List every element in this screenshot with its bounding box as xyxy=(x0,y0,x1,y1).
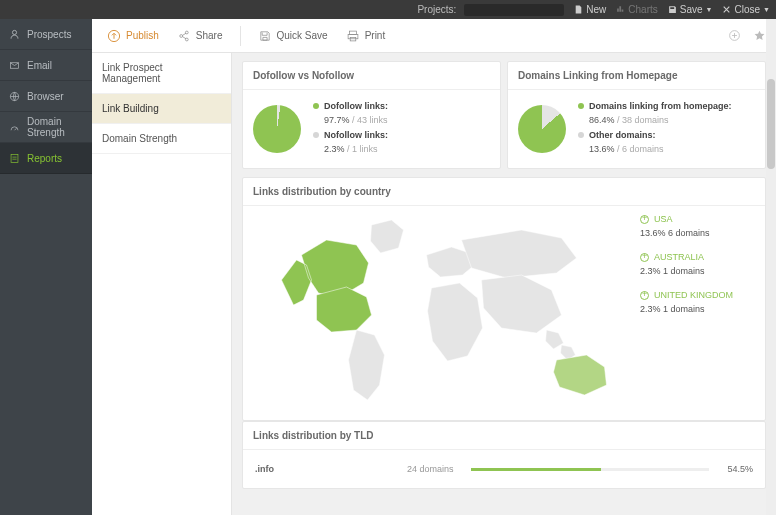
card-title: Links distribution by TLD xyxy=(243,422,765,450)
sidebar-item-domain-strength[interactable]: Domain Strength xyxy=(0,112,92,143)
report-body: Link Prospect Management Link Building D… xyxy=(92,53,776,515)
add-widget-icon[interactable] xyxy=(728,29,741,42)
close-icon xyxy=(722,5,731,14)
chevron-down-icon: ▼ xyxy=(706,6,713,13)
pie-legend: Dofollow links:97.7% / 43 links Nofollow… xyxy=(313,100,388,158)
new-label: New xyxy=(586,4,606,15)
subnav-item-domain-strength[interactable]: Domain Strength xyxy=(92,124,231,154)
print-label: Print xyxy=(365,30,386,41)
card-tld: Links distribution by TLD .info 24 domai… xyxy=(242,421,766,489)
chart-icon xyxy=(616,5,625,14)
topbar-left: Projects: xyxy=(0,4,564,16)
plus-icon[interactable] xyxy=(640,215,649,224)
save-label: Save xyxy=(680,4,703,15)
tld-bar xyxy=(471,468,709,471)
scrollbar[interactable] xyxy=(766,19,776,515)
save-icon xyxy=(668,5,677,14)
scrollbar-thumb[interactable] xyxy=(767,79,775,169)
projects-label: Projects: xyxy=(417,4,456,15)
card-title: Domains Linking from Homepage xyxy=(508,62,765,90)
report-icon xyxy=(9,153,20,164)
share-icon xyxy=(177,29,191,43)
charts-button[interactable]: Charts xyxy=(616,4,657,15)
share-label: Share xyxy=(196,30,223,41)
publish-label: Publish xyxy=(126,30,159,41)
report-toolbar: Publish Share Quick Save Print xyxy=(92,19,776,53)
subnav-item-prospect-mgmt[interactable]: Link Prospect Management xyxy=(92,53,231,94)
world-map xyxy=(253,210,630,410)
svg-rect-9 xyxy=(348,34,358,38)
upload-icon xyxy=(107,29,121,43)
mail-icon xyxy=(9,60,20,71)
map-legend: USA 13.6% 6 domains AUSTRALIA 2.3% 1 dom… xyxy=(640,210,755,410)
plus-icon[interactable] xyxy=(640,291,649,300)
card-homepage: Domains Linking from Homepage Domains li… xyxy=(507,61,766,169)
legend-dot-icon xyxy=(313,103,319,109)
pie-chart-homepage xyxy=(518,105,566,153)
card-dofollow: Dofollow vs Nofollow Dofollow links:97.7… xyxy=(242,61,501,169)
sidebar-item-browser[interactable]: Browser xyxy=(0,81,92,112)
tld-count: 24 domains xyxy=(407,464,463,474)
pie-legend: Domains linking from homepage:86.4% / 38… xyxy=(578,100,732,158)
project-select[interactable] xyxy=(464,4,564,16)
quicksave-button[interactable]: Quick Save xyxy=(253,26,333,46)
legend-dot-icon xyxy=(578,103,584,109)
svg-point-0 xyxy=(12,30,16,34)
sidebar-label: Reports xyxy=(27,153,62,164)
legend-dot-icon xyxy=(578,132,584,138)
chevron-down-icon: ▼ xyxy=(763,6,770,13)
card-title: Dofollow vs Nofollow xyxy=(243,62,500,90)
user-icon xyxy=(9,29,20,40)
svg-point-5 xyxy=(180,34,183,37)
main-panel: Dofollow vs Nofollow Dofollow links:97.7… xyxy=(232,53,776,515)
card-country-map: Links distribution by country xyxy=(242,177,766,421)
subnav-item-link-building[interactable]: Link Building xyxy=(92,94,231,124)
sidebar-label: Browser xyxy=(27,91,64,102)
tld-row: .info 24 domains 54.5% xyxy=(253,460,755,478)
sidebar-item-email[interactable]: Email xyxy=(0,50,92,81)
gauge-icon xyxy=(9,122,20,133)
charts-label: Charts xyxy=(628,4,657,15)
share-button[interactable]: Share xyxy=(172,26,228,46)
globe-icon xyxy=(9,91,20,102)
publish-button[interactable]: Publish xyxy=(102,26,164,46)
quicksave-label: Quick Save xyxy=(277,30,328,41)
svg-rect-8 xyxy=(349,31,356,34)
tld-name: .info xyxy=(255,464,395,474)
print-icon xyxy=(346,29,360,43)
content-area: Publish Share Quick Save Print Link Pros… xyxy=(92,19,776,515)
save-button[interactable]: Save ▼ xyxy=(668,4,713,15)
new-button[interactable]: New xyxy=(574,4,606,15)
map-legend-item: USA 13.6% 6 domains xyxy=(640,214,755,238)
map-legend-item: UNITED KINGDOM 2.3% 1 domains xyxy=(640,290,755,314)
print-button[interactable]: Print xyxy=(341,26,391,46)
toolbar-right xyxy=(728,29,766,42)
sidebar-label: Email xyxy=(27,60,52,71)
pie-chart-dofollow xyxy=(253,105,301,153)
file-plus-icon xyxy=(574,5,583,14)
main-sidebar: Prospects Email Browser Domain Strength … xyxy=(0,19,92,515)
sidebar-item-prospects[interactable]: Prospects xyxy=(0,19,92,50)
divider xyxy=(240,26,241,46)
legend-dot-icon xyxy=(313,132,319,138)
sidebar-label: Domain Strength xyxy=(27,116,83,138)
sidebar-label: Prospects xyxy=(27,29,71,40)
save-icon xyxy=(258,29,272,43)
star-icon[interactable] xyxy=(753,29,766,42)
report-subnav: Link Prospect Management Link Building D… xyxy=(92,53,232,515)
svg-rect-10 xyxy=(350,37,356,41)
svg-rect-3 xyxy=(11,154,18,162)
close-label: Close xyxy=(734,4,760,15)
app-topbar: Projects: New Charts Save ▼ Close ▼ xyxy=(0,0,776,19)
tld-pct: 54.5% xyxy=(717,464,753,474)
map-legend-item: AUSTRALIA 2.3% 1 domains xyxy=(640,252,755,276)
plus-icon[interactable] xyxy=(640,253,649,262)
close-button[interactable]: Close ▼ xyxy=(722,4,770,15)
sidebar-item-reports[interactable]: Reports xyxy=(0,143,92,174)
card-title: Links distribution by country xyxy=(243,178,765,206)
